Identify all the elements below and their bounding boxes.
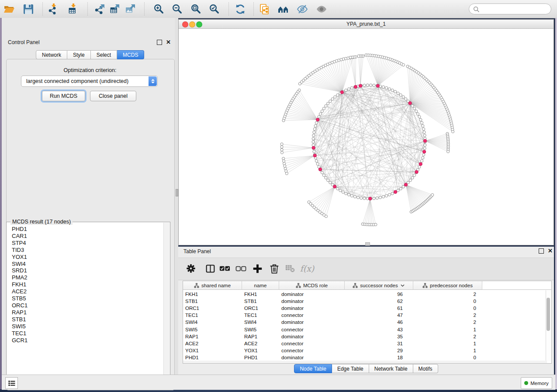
table-cell[interactable]: TEC1 xyxy=(242,312,276,319)
add-icon[interactable] xyxy=(250,262,265,275)
table-cell[interactable]: ACE2 xyxy=(183,340,239,347)
table-cell[interactable]: SWI4 xyxy=(183,319,239,326)
column-header-shared-name[interactable]: shared name xyxy=(183,281,242,290)
table-cell[interactable]: FKH1 xyxy=(183,291,239,298)
network-canvas[interactable] xyxy=(179,29,554,245)
zoom-selected-icon[interactable] xyxy=(208,3,221,15)
mcds-result-item[interactable]: STB1 xyxy=(7,316,163,323)
table-cell[interactable]: SWI5 xyxy=(183,326,239,333)
table-cell[interactable]: dominator xyxy=(279,291,342,298)
table-cell[interactable]: 61 xyxy=(345,305,413,312)
table-cell[interactable]: 0 xyxy=(413,298,482,305)
horizontal-splitter-handle[interactable] xyxy=(365,242,370,246)
table-cell[interactable]: 96 xyxy=(345,291,413,298)
mcds-result-item[interactable]: PHD1 xyxy=(7,226,163,233)
table-cell[interactable]: dominator xyxy=(279,333,342,340)
mcds-result-item[interactable]: ORC1 xyxy=(7,302,163,309)
table-cell[interactable]: STB1 xyxy=(242,298,276,305)
table-cell[interactable]: FKH1 xyxy=(242,291,276,298)
vertical-splitter[interactable] xyxy=(175,18,178,375)
zoom-out-icon[interactable] xyxy=(170,3,184,15)
table-cell[interactable]: 43 xyxy=(345,326,413,333)
table-cell[interactable]: 29 xyxy=(345,347,413,354)
tab-network-table[interactable]: Network Table xyxy=(369,364,413,373)
column-header-MCDS-role[interactable]: MCDS role xyxy=(279,281,345,290)
delete-icon[interactable] xyxy=(267,262,282,275)
mcds-result-item[interactable]: STP4 xyxy=(7,240,163,247)
tab-mcds[interactable]: MCDS xyxy=(117,50,144,59)
network-overview-icon[interactable] xyxy=(277,3,291,15)
mcds-result-item[interactable]: FKH1 xyxy=(7,281,163,288)
table-cell[interactable]: YOX1 xyxy=(183,347,239,354)
mcds-list-scrollbar[interactable] xyxy=(163,223,170,384)
show-columns-icon[interactable] xyxy=(203,262,218,275)
column-header-predecessor-nodes[interactable]: predecessor nodes xyxy=(413,281,482,290)
task-history-button[interactable] xyxy=(5,377,18,389)
tab-network[interactable]: Network xyxy=(36,50,67,59)
close-table-panel-icon[interactable]: ✕ xyxy=(548,249,553,253)
table-cell[interactable]: TEC1 xyxy=(183,312,239,319)
table-cell[interactable]: 1 xyxy=(413,326,482,333)
mcds-result-list[interactable]: PHD1CAR1STP4TID3YOX1SWI4SRD1PMA2FKH1ACE2… xyxy=(7,226,163,381)
table-cell[interactable]: 0 xyxy=(413,305,482,312)
mcds-result-item[interactable]: RAP1 xyxy=(7,309,163,316)
table-cell[interactable]: PHD1 xyxy=(242,354,276,361)
tab-select[interactable]: Select xyxy=(91,50,117,59)
zoom-in-icon[interactable] xyxy=(152,3,166,15)
table-cell[interactable]: 2 xyxy=(413,319,482,326)
mcds-result-item[interactable]: ACE2 xyxy=(7,288,163,295)
select-all-icon[interactable] xyxy=(217,262,232,275)
table-scrollbar-thumb[interactable] xyxy=(547,298,550,331)
table-scrollbar[interactable] xyxy=(546,290,551,361)
table-cell[interactable]: 47 xyxy=(345,312,413,319)
network-graph[interactable] xyxy=(179,29,554,245)
table-cell[interactable]: RAP1 xyxy=(183,333,239,340)
mcds-result-item[interactable]: YOX1 xyxy=(7,254,163,261)
mcds-result-item[interactable]: PMA2 xyxy=(7,274,163,281)
search-input[interactable] xyxy=(480,6,547,13)
mcds-result-item[interactable]: SWI5 xyxy=(7,323,163,330)
export-network-icon[interactable] xyxy=(93,3,107,15)
table-cell[interactable]: ORC1 xyxy=(242,305,276,312)
close-panel-icon[interactable]: ✕ xyxy=(166,40,171,45)
table-cell[interactable]: SWI4 xyxy=(242,319,276,326)
memory-button[interactable]: Memory xyxy=(521,377,552,389)
float-panel-icon[interactable] xyxy=(157,40,162,45)
mcds-result-item[interactable]: GCR1 xyxy=(7,337,163,344)
table-cell[interactable]: 35 xyxy=(345,333,413,340)
network-window-titlebar[interactable]: YPA_prune.txt_1 xyxy=(179,20,554,29)
zoom-fit-icon[interactable] xyxy=(189,3,203,15)
close-panel-button[interactable]: Close panel xyxy=(90,91,136,101)
mcds-result-item[interactable]: STB5 xyxy=(7,295,163,302)
table-cell[interactable]: YOX1 xyxy=(242,347,276,354)
table-cell[interactable]: 0 xyxy=(413,354,482,361)
open-folder-icon[interactable] xyxy=(2,3,16,15)
tab-motifs[interactable]: Motifs xyxy=(413,364,438,373)
run-mcds-button[interactable]: Run MCDS xyxy=(42,91,85,101)
table-cell[interactable]: connector xyxy=(279,347,342,354)
table-cell[interactable]: 46 xyxy=(345,319,413,326)
table-cell[interactable]: connector xyxy=(279,312,342,319)
mcds-result-item[interactable]: CAR1 xyxy=(7,233,163,240)
table-cell[interactable]: 1 xyxy=(413,347,482,354)
mcds-result-item[interactable]: SRD1 xyxy=(7,267,163,274)
mcds-result-item[interactable]: TID3 xyxy=(7,247,163,254)
import-table-icon[interactable] xyxy=(65,3,79,15)
search-box[interactable] xyxy=(469,3,551,14)
table-cell[interactable]: PHD1 xyxy=(183,354,239,361)
table-cell[interactable]: dominator xyxy=(279,319,342,326)
hide-details-icon[interactable] xyxy=(295,3,309,15)
refresh-layout-icon[interactable] xyxy=(233,3,247,15)
table-cell[interactable]: connector xyxy=(279,340,342,347)
table-hscrollbar[interactable] xyxy=(183,361,547,363)
column-header-successor-nodes[interactable]: successor nodes xyxy=(345,281,413,290)
table-cell[interactable]: RAP1 xyxy=(242,333,276,340)
export-document-icon[interactable] xyxy=(258,3,272,15)
table-cell[interactable]: STB1 xyxy=(183,298,239,305)
table-cell[interactable]: 2 xyxy=(413,333,482,340)
table-cell[interactable]: 2 xyxy=(413,291,482,298)
mcds-result-item[interactable]: TEC1 xyxy=(7,330,163,337)
export-table-icon[interactable] xyxy=(108,3,122,15)
float-table-panel-icon[interactable] xyxy=(539,248,544,254)
export-image-icon[interactable] xyxy=(124,3,138,15)
